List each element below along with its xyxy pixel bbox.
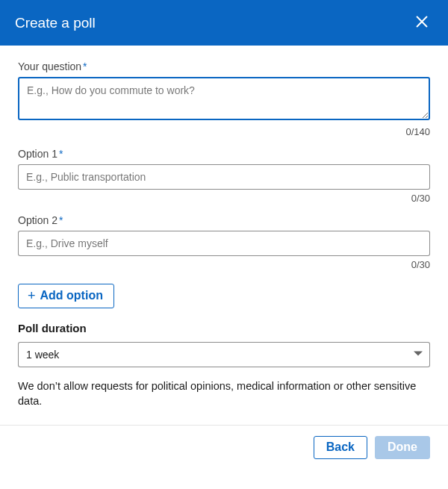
question-field-group: Your question* 0/140 <box>18 60 430 137</box>
option-1-label-text: Option 1 <box>18 148 57 160</box>
close-icon <box>414 13 430 32</box>
modal-title: Create a poll <box>15 15 96 31</box>
required-star-icon: * <box>59 148 63 160</box>
modal-footer: Back Done <box>0 425 448 470</box>
required-star-icon: * <box>83 60 87 72</box>
option-2-counter: 0/30 <box>18 259 430 270</box>
option-1-field-group: Option 1* 0/30 <box>18 148 430 204</box>
question-counter: 0/140 <box>18 126 430 137</box>
close-button[interactable] <box>411 10 433 35</box>
add-option-label: Add option <box>40 289 103 302</box>
question-input[interactable] <box>18 77 430 120</box>
option-1-counter: 0/30 <box>18 193 430 204</box>
question-label-text: Your question <box>18 60 81 72</box>
option-1-input[interactable] <box>18 164 430 190</box>
done-button[interactable]: Done <box>375 436 430 459</box>
modal-header: Create a poll <box>0 0 448 46</box>
required-star-icon: * <box>59 214 63 226</box>
back-button[interactable]: Back <box>314 436 367 459</box>
option-1-label: Option 1* <box>18 148 430 160</box>
plus-icon: + <box>28 289 36 302</box>
option-2-label: Option 2* <box>18 214 430 226</box>
create-poll-modal: Create a poll Your question* 0/140 Optio… <box>0 0 448 470</box>
duration-label: Poll duration <box>18 322 430 334</box>
option-2-input[interactable] <box>18 231 430 256</box>
modal-body: Your question* 0/140 Option 1* 0/30 Opti… <box>0 46 448 416</box>
question-label: Your question* <box>18 60 430 72</box>
option-2-field-group: Option 2* 0/30 <box>18 214 430 270</box>
option-2-label-text: Option 2 <box>18 214 57 226</box>
disclaimer-text: We don’t allow requests for political op… <box>18 379 430 408</box>
duration-select[interactable]: 1 week <box>18 342 430 367</box>
duration-select-wrap: 1 week <box>18 342 430 367</box>
add-option-button[interactable]: + Add option <box>18 284 114 308</box>
duration-field-group: Poll duration 1 week <box>18 322 430 367</box>
